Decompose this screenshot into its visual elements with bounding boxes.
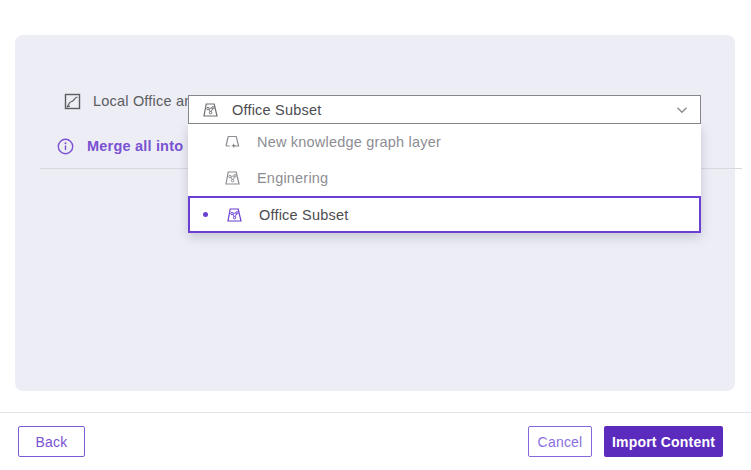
selected-merge-target: Office Subset	[232, 102, 663, 118]
import-content-button[interactable]: Import Content	[604, 426, 723, 457]
back-button[interactable]: Back	[18, 426, 85, 457]
menu-option-label: Enginering	[257, 170, 328, 186]
selected-option-bullet	[203, 212, 208, 217]
import-content-dialog: Local Office and Engineering Affiliates …	[0, 0, 751, 470]
knowledge-graph-layer-icon	[226, 207, 243, 223]
knowledge-graph-layer-icon	[224, 170, 241, 186]
footer-divider	[0, 412, 751, 413]
merge-all-into-label: Merge all into	[87, 138, 183, 154]
new-knowledge-graph-layer-icon	[224, 134, 241, 151]
menu-option-enginering[interactable]: Enginering	[188, 160, 701, 196]
menu-option-office-subset[interactable]: Office Subset	[188, 196, 701, 233]
menu-option-label: Office Subset	[259, 207, 348, 223]
cancel-button[interactable]: Cancel	[528, 426, 592, 457]
merge-target-select[interactable]: Office Subset	[188, 95, 701, 124]
merge-row: Merge all into	[57, 135, 183, 157]
menu-option-new-knowledge-graph-layer[interactable]: New knowledge graph layer	[188, 124, 701, 160]
menu-option-label: New knowledge graph layer	[257, 134, 441, 150]
merge-target-menu: New knowledge graph layer Enginering	[188, 124, 701, 233]
knowledge-graph-layer-icon	[202, 102, 219, 118]
layer-icon	[64, 93, 81, 110]
chevron-down-icon	[676, 106, 688, 114]
info-icon	[57, 138, 74, 155]
